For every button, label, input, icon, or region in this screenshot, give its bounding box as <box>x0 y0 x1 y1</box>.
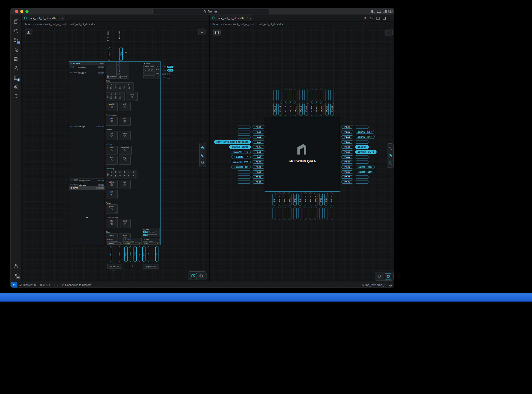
window-minimize-button[interactable] <box>20 10 23 13</box>
pin-stub-SCL[interactable]: SCL <box>109 246 112 262</box>
sensor-node-am2320[interactable]: ⊘am2320 <box>107 264 122 269</box>
pin-stub-SDA[interactable]: SDA <box>118 246 121 262</box>
peripheral-cell[interactable]: 0 <box>109 170 114 179</box>
split-editor-button[interactable] <box>213 29 221 36</box>
peripheral-ppi[interactable]: ppi <box>106 190 118 199</box>
explorer-icon[interactable] <box>11 17 22 26</box>
pin-P0.16[interactable]: P0.16 <box>293 192 297 206</box>
bookmarks-icon[interactable] <box>11 92 22 101</box>
assignment-badge[interactable]: &uart1 · TX» <box>355 130 375 134</box>
pin-badge-empty[interactable] <box>167 73 170 75</box>
pin-stub[interactable] <box>320 89 323 102</box>
pin-stub-P0.31[interactable]: P0.31 <box>108 47 111 61</box>
pin-P1.04[interactable]: P1.04 <box>330 102 334 116</box>
peripheral-cryptocell[interactable]: cryptocell <box>119 146 132 155</box>
chip-view-button[interactable] <box>198 273 205 279</box>
pin-P0.24[interactable]: P0.24 <box>341 180 354 184</box>
external-node-button[interactable]: button⊘▣ <box>107 31 109 42</box>
pin-P1.09[interactable]: P1.09 <box>304 102 308 116</box>
discord-item[interactable]: ◎Connected to Discord <box>60 282 93 288</box>
pin-stub-RX[interactable]: RX <box>155 246 158 262</box>
pin-P0.25[interactable]: P0.25 <box>341 175 354 179</box>
bus-uart0[interactable]: uart0Current Speed115200▾ <box>123 238 142 245</box>
accounts-icon[interactable] <box>11 261 22 270</box>
tab-rack-out-of-dust-dts[interactable]: rack_out_of_dust.dts U × <box>22 15 66 21</box>
peripheral-cell[interactable]: 0 <box>109 83 114 91</box>
apps-panel-icon[interactable]: 1 <box>11 73 22 82</box>
layout-icon[interactable] <box>382 16 387 20</box>
peripheral-mwu[interactable]: mwu <box>119 131 131 140</box>
add-node-button[interactable]: + <box>198 29 205 35</box>
peripheral-cell[interactable]: 1 <box>114 170 118 179</box>
pin-stub-SET[interactable]: SET <box>138 246 141 262</box>
peripheral-cell[interactable]: 2 <box>118 92 122 101</box>
pin-stub[interactable] <box>355 140 369 144</box>
bus-value-select[interactable]: Standard▾ <box>107 242 122 245</box>
pin-stub[interactable] <box>278 89 282 102</box>
split-editor-button[interactable] <box>25 29 32 35</box>
tab-close-icon[interactable]: × <box>250 17 251 20</box>
pin-P0.13[interactable]: P0.13 <box>278 192 281 206</box>
add-connector-icon[interactable]: + <box>125 51 127 54</box>
peripheral-systick[interactable]: systick <box>106 102 118 111</box>
peripheral-timer[interactable]: timer01234 <box>106 82 134 91</box>
pin-P0.14[interactable]: P0.14 <box>283 192 286 206</box>
add-node-button[interactable]: + <box>385 29 393 36</box>
window-close-button[interactable] <box>15 10 18 13</box>
command-center-search[interactable]: fan_test <box>152 9 269 14</box>
ram-body[interactable]: + <box>69 190 105 245</box>
peripheral-rng[interactable]: rng <box>119 156 131 165</box>
pin-stub[interactable] <box>304 89 308 102</box>
breadcrumb-item[interactable]: rack_out_of_dust <box>45 23 66 26</box>
pin-stub[interactable] <box>299 89 303 102</box>
pin-P0.26[interactable]: P0.26 <box>341 170 354 174</box>
zoom-reset-button[interactable] <box>200 153 205 157</box>
flash-partition[interactable]: 0xf0000image-scratch40 KiB <box>69 178 105 183</box>
pin-P1.07[interactable]: P1.07 <box>315 102 318 116</box>
assignment-badge[interactable]: &button <box>355 145 369 149</box>
peripheral-ficr[interactable]: ficr <box>106 117 118 126</box>
flash-partition[interactable]: 0xc000image-0456 KiB <box>69 71 105 125</box>
peripheral-gpiote[interactable]: gpiote <box>106 180 118 189</box>
nrf-connect-icon[interactable] <box>11 82 22 92</box>
peripheral-usbd[interactable]: usbd <box>119 219 131 228</box>
peripheral-ccm[interactable]: ccm <box>106 146 118 155</box>
sensor-node-pms7003[interactable]: ⊘pms7003 <box>143 264 159 269</box>
pin-stub[interactable] <box>325 89 329 102</box>
peripheral-egu[interactable]: egu012345 <box>106 170 138 179</box>
pin-P1.03[interactable]: P1.03 <box>341 125 354 129</box>
pinout-canvas[interactable]: + nRF52840 QIAA P1.15P1.14P1.13P1.12P1.1… <box>210 27 394 282</box>
bus-value-select[interactable]: 115200▾ <box>124 242 141 245</box>
zoom-out-button[interactable] <box>200 160 205 165</box>
pin-P0.31[interactable]: P0.31 <box>341 145 354 149</box>
pin-stub[interactable] <box>355 160 369 164</box>
pin-stub-P0.03[interactable]: P0.03 <box>119 47 123 61</box>
pin-stub[interactable] <box>314 207 317 220</box>
pin-stub[interactable] <box>355 125 369 129</box>
peripheral-nvic[interactable]: nvic <box>119 180 131 189</box>
ports-item[interactable]: ◌0 <box>52 282 60 288</box>
toggle-primary-sidebar-icon[interactable] <box>371 9 375 13</box>
zoom-in-button[interactable] <box>200 145 205 150</box>
pin-stub[interactable] <box>355 175 369 179</box>
flash-partition[interactable]: 0xfa000storage24 KiB <box>69 183 105 186</box>
pin-stub-VDD[interactable]: VDD <box>124 246 128 262</box>
chip-view-button[interactable] <box>385 273 392 279</box>
pin-badge[interactable]: P0.04 <box>167 66 174 68</box>
peripheral-rtc[interactable]: rtc012 <box>106 92 125 101</box>
pin-P1.06[interactable]: P1.06 <box>320 102 323 116</box>
breadcrumb-item[interactable]: rack_out_of_dust.dts <box>258 23 283 26</box>
add-node-icon[interactable]: + <box>132 265 133 268</box>
peripheral-cell[interactable]: 3 <box>122 170 127 179</box>
peripheral-cell[interactable]: 1 <box>114 83 118 91</box>
pin-P0.30[interactable]: P0.30 <box>341 150 354 154</box>
breadcrumb-item[interactable]: boards <box>25 23 34 26</box>
radio-node[interactable]: radio BLEUnassignedFEMUnassigned <box>142 228 160 237</box>
breadcrumb-item[interactable]: rack_out_of_dust.dts <box>70 23 95 26</box>
toggle-panel-icon[interactable] <box>377 9 381 13</box>
radio-row[interactable]: BLEUnassigned <box>143 231 159 233</box>
peripheral-clock[interactable]: clock⚠ <box>126 92 138 101</box>
window-maximize-button[interactable] <box>25 10 29 13</box>
devicetree-canvas[interactable]: + ≣FLASH1 MiB 0x0mcuboot48 KiB0xc000imag… <box>22 27 209 282</box>
pin-P1.02[interactable]: P1.02 <box>341 130 354 133</box>
